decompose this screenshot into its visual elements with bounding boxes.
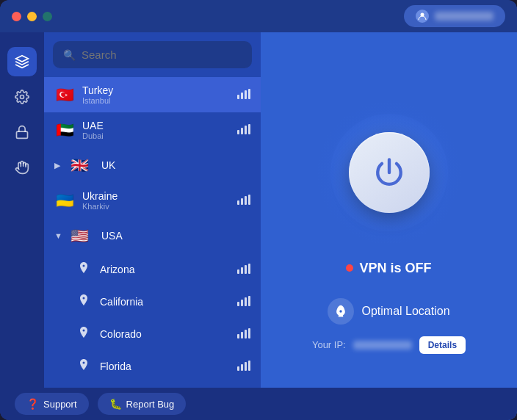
nav-settings-button[interactable] [7,82,37,112]
list-item[interactable]: Florida [44,350,261,383]
svg-rect-6 [248,89,250,99]
signal-icon [237,124,250,137]
svg-point-35 [340,310,342,312]
svg-rect-18 [248,264,250,274]
server-info: Ukraine Kharkiv [82,190,237,211]
traffic-lights [12,12,52,21]
server-name: Colorado [100,328,237,340]
title-bar [0,0,517,32]
svg-rect-2 [17,131,28,138]
search-icon: 🔍 [63,49,76,61]
group-header-usa[interactable]: ▼ 🇺🇸 USA [44,218,261,253]
user-icon [416,10,429,23]
server-info: Florida [100,361,237,372]
signal-icon [237,264,250,276]
list-item[interactable]: Arizona [44,253,261,286]
server-info: Colorado [100,328,237,340]
server-name: California [100,296,237,308]
server-list: 🇹🇷 Turkey Istanbul [44,77,261,420]
group-header-uk[interactable]: ▶ 🇬🇧 UK [44,148,261,183]
close-button[interactable] [12,12,21,21]
svg-rect-13 [245,196,247,205]
svg-rect-29 [245,362,247,371]
server-city: Kharkiv [82,202,237,211]
location-pin-icon [75,293,93,311]
power-ring [316,99,463,246]
optimal-location[interactable]: Optimal Location [328,298,449,325]
vpn-status-text: VPN is OFF [359,261,431,276]
signal-icon [237,328,250,341]
power-button[interactable] [349,132,430,213]
list-item[interactable]: 🇹🇷 Turkey Istanbul [44,77,261,112]
bug-icon: 🐛 [109,398,122,410]
app-window: 🔍 🇹🇷 Turkey Istanbul [0,0,517,420]
svg-rect-7 [237,130,239,134]
server-name: UAE [82,120,237,131]
svg-rect-30 [248,361,250,371]
svg-rect-24 [241,332,243,338]
nav-privacy-button[interactable] [7,153,37,182]
search-bar: 🔍 [53,41,252,68]
svg-rect-17 [245,265,247,274]
nav-security-button[interactable] [7,117,37,147]
svg-rect-25 [245,330,247,338]
svg-rect-10 [248,124,250,134]
svg-rect-28 [241,364,243,371]
group-name: UK [101,159,250,171]
support-icon: ❓ [26,398,39,410]
svg-rect-20 [241,300,243,306]
svg-rect-27 [237,366,239,371]
server-city: Istanbul [82,96,237,105]
server-info: UAE Dubai [82,120,237,140]
bottom-bar: ❓ Support 🐛 Report Bug [0,388,517,420]
user-badge[interactable] [404,5,505,27]
svg-rect-12 [241,198,243,205]
right-panel: VPN is OFF Optimal Location Your IP: Det… [261,32,517,420]
user-name [435,12,494,21]
signal-icon [237,89,250,101]
server-info: California [100,296,237,308]
minimize-button[interactable] [27,12,37,21]
list-item[interactable]: 🇦🇪 UAE Dubai [44,112,261,148]
location-pin-icon [75,261,93,278]
list-item[interactable]: California [44,286,261,318]
support-button[interactable]: ❓ Support [15,393,89,415]
server-city: Dubai [82,131,237,140]
ip-row: Your IP: Details [312,336,466,354]
svg-rect-4 [241,93,243,99]
svg-rect-16 [241,267,243,274]
svg-rect-8 [241,128,243,134]
flag-usa: 🇺🇸 [69,225,90,246]
nav-servers-button[interactable] [7,47,37,76]
list-item[interactable]: Colorado [44,318,261,350]
svg-rect-14 [248,195,250,205]
svg-rect-3 [237,95,239,99]
server-name: Ukraine [82,190,237,202]
report-bug-label: Report Bug [126,399,175,410]
search-input[interactable] [82,48,242,61]
rocket-icon [328,298,354,325]
list-item[interactable]: 🇺🇦 Ukraine Kharkiv [44,183,261,218]
server-name: Arizona [100,264,237,275]
details-button[interactable]: Details [419,336,466,354]
optimal-location-text: Optimal Location [361,305,449,318]
flag-ukraine: 🇺🇦 [54,190,75,211]
location-pin-icon [75,358,93,375]
chevron-right-icon: ▶ [54,161,65,170]
signal-icon [237,296,250,308]
status-dot [346,264,353,272]
maximize-button[interactable] [43,12,52,21]
server-info: Arizona [100,264,237,275]
support-label: Support [43,399,77,410]
server-panel: 🔍 🇹🇷 Turkey Istanbul [44,32,261,420]
svg-rect-19 [237,302,239,306]
server-name: Florida [100,361,237,372]
location-pin-icon [75,325,93,343]
svg-rect-9 [245,126,247,134]
flag-uk: 🇬🇧 [69,155,90,175]
flag-uae: 🇦🇪 [54,120,75,140]
report-bug-button[interactable]: 🐛 Report Bug [98,393,187,415]
server-name: Turkey [82,84,237,96]
chevron-down-icon: ▼ [54,231,65,240]
sidebar-icons [0,32,44,420]
